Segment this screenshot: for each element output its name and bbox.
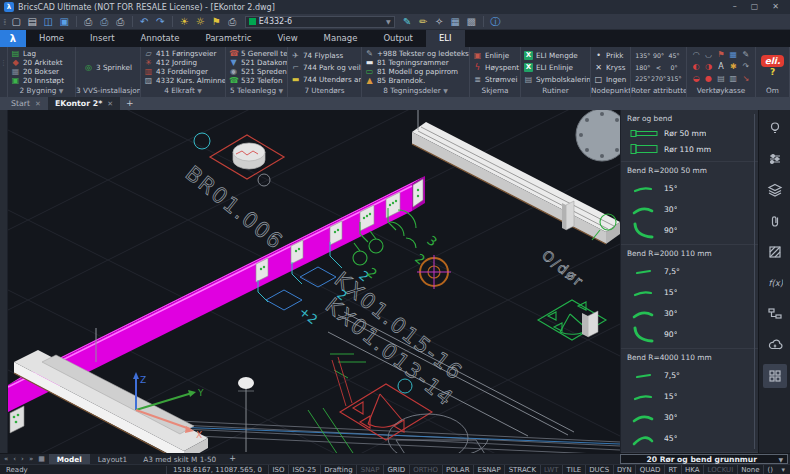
palette-scrollbar[interactable]: [754, 114, 755, 449]
grid-tool-icon[interactable]: ▦: [727, 49, 739, 61]
close-icon[interactable]: ✕: [35, 100, 41, 108]
key-icon[interactable]: ✧: [432, 15, 447, 29]
status-toggle-ortho[interactable]: ORTHO: [409, 465, 442, 474]
last-layout-icon[interactable]: »: [27, 455, 35, 463]
ribbon-item[interactable]: ▼521 Datakom.: [229, 58, 284, 67]
prev-layout-icon[interactable]: ‹: [11, 455, 18, 463]
open-icon[interactable]: ▤: [25, 15, 40, 29]
status-toggle-ducs[interactable]: DUCS: [585, 465, 613, 474]
palette-item[interactable]: 30°: [621, 303, 758, 324]
help-icon[interactable]: ?: [770, 68, 775, 77]
ribbon-item[interactable]: ◎3 Sprinkel: [84, 63, 132, 72]
pencil-tool-icon[interactable]: ✎: [740, 49, 752, 61]
ribbon-item[interactable]: ▬81 Tegningsrammer: [365, 58, 466, 67]
new-drawing-icon[interactable]: ▢: [9, 15, 24, 29]
status-toggle-rt[interactable]: RT: [664, 465, 681, 474]
palette-item[interactable]: 30°: [621, 199, 758, 220]
panels-grid-icon[interactable]: [763, 364, 787, 388]
concrete-beam-bottom[interactable]: [14, 350, 208, 453]
ribbon-item[interactable]: ◆20 Arkitekt: [11, 58, 72, 67]
brush-icon[interactable]: ✎: [400, 15, 415, 29]
status-toggle-hka[interactable]: HKA: [681, 465, 704, 474]
palette-item[interactable]: 90°: [621, 220, 758, 241]
rotate-angle-option[interactable]: 135°: [635, 50, 651, 62]
application-button[interactable]: λ: [0, 30, 26, 47]
palette-item[interactable]: 15°: [621, 178, 758, 199]
ribbon-item[interactable]: ✳412 Jording: [144, 58, 222, 67]
status-toggle-lockui[interactable]: LOCKUI: [703, 465, 737, 474]
ribbon-item[interactable]: □Ingen: [594, 75, 627, 84]
ribbon-item[interactable]: ▥43 Fordelinger: [144, 67, 222, 76]
ribbon-panel-label[interactable]: 5 Teleanlegg ▼: [226, 85, 287, 97]
ribbon-item[interactable]: ≣Strømvei: [473, 75, 517, 84]
layout-tab-model[interactable]: Model: [49, 454, 90, 464]
angle-45-icon[interactable]: ◐: [690, 61, 702, 73]
status-overflow-button[interactable]: ▾: [776, 466, 790, 474]
layout-list-icon[interactable]: ▦: [36, 455, 47, 463]
ribbon-tab-output[interactable]: Output: [370, 30, 426, 47]
ribbon-item[interactable]: ▭81 Modell og papirrom: [365, 67, 466, 76]
label-door[interactable]: O/dør: [539, 247, 587, 290]
print-preview-icon[interactable]: ⎙: [97, 15, 112, 29]
ribbon-item[interactable]: ▤Lag: [11, 49, 72, 58]
toolbar-grip[interactable]: ⁞⁞: [3, 17, 5, 27]
image-icon[interactable]: ▩: [464, 15, 479, 29]
light-pole[interactable]: [238, 377, 254, 452]
palette-item[interactable]: 7,5°: [621, 261, 758, 282]
curve-tool-icon[interactable]: ↷: [740, 61, 752, 73]
ribbon-item[interactable]: ✈74 Flyplass: [291, 51, 358, 60]
ribbon-tab-view[interactable]: View: [264, 30, 310, 47]
redo-icon[interactable]: ↷: [153, 15, 168, 29]
first-layout-icon[interactable]: «: [2, 455, 10, 463]
ribbon-item[interactable]: ▱411 Føringsveier: [144, 49, 222, 58]
rotate-angle-option[interactable]: <: [651, 62, 667, 74]
ribbon-tab-home[interactable]: Home: [26, 30, 77, 47]
palette-item[interactable]: 7,5°: [621, 365, 758, 386]
ribbon-item[interactable]: ▬744 Utendørs armaturer: [291, 75, 358, 84]
close-button[interactable]: ✕: [765, 0, 786, 14]
palette-item[interactable]: Rør 110 mm: [621, 141, 758, 158]
palette-item[interactable]: 15°: [621, 386, 758, 407]
layout-tab-a3-med-skilt-m-1-50[interactable]: A3 med skilt M 1-50: [135, 454, 224, 464]
next-layout-icon[interactable]: ›: [19, 455, 26, 463]
text-tool-icon[interactable]: A: [715, 61, 727, 73]
cad-viewport[interactable]: Z Y X: [8, 110, 620, 453]
palette-item[interactable]: 30°: [621, 407, 758, 428]
status-toggle-polar[interactable]: POLAR: [442, 465, 473, 474]
copy-tool-icon[interactable]: ▤: [715, 73, 727, 85]
ribbon-panel-label[interactable]: 2 Bygning ▼: [8, 85, 75, 97]
ribbon-grip[interactable]: ⋮: [0, 47, 8, 97]
lightbulb-icon[interactable]: ☀: [177, 15, 192, 29]
angle-180-icon[interactable]: ◒: [690, 73, 702, 85]
status-toggle-strack[interactable]: STRACK: [504, 465, 539, 474]
ribbon-item[interactable]: ▦20 Bokser: [11, 67, 72, 76]
ribbon-item[interactable]: ▣Enlinje: [473, 51, 517, 60]
layout-tab-layout1[interactable]: Layout1: [90, 454, 135, 464]
ribbon-panel-label[interactable]: 4 Elkraft ▼: [141, 85, 225, 97]
palette-item[interactable]: 45°: [621, 428, 758, 449]
rotate-angle-option[interactable]: 180°: [635, 62, 651, 74]
ribbon-item[interactable]: ▨4332 Kurs. Alminnelig bruk: [144, 76, 222, 85]
minimize-button[interactable]: –: [726, 0, 744, 14]
ribbon-item[interactable]: ✕Kryss: [594, 63, 627, 72]
maximize-button[interactable]: ▢: [744, 0, 766, 14]
layer-dropdown[interactable]: E4332-6▼: [245, 16, 395, 28]
status-toggle-none[interactable]: None: [737, 465, 763, 474]
save-all-icon[interactable]: ▣: [57, 15, 72, 29]
close-icon[interactable]: ✕: [107, 100, 113, 108]
ribbon-item[interactable]: XELI Enlinje: [524, 63, 587, 72]
display-icon[interactable]: ▦: [448, 15, 463, 29]
angle-90-icon[interactable]: ◑: [702, 61, 714, 73]
attachments-icon[interactable]: [763, 209, 787, 233]
ribbon-tab-insert[interactable]: Insert: [77, 30, 127, 47]
ribbon-item[interactable]: ☎532 Telefon: [229, 76, 284, 85]
structure-icon[interactable]: [763, 302, 787, 326]
status-toggle-grid[interactable]: GRID: [383, 465, 409, 474]
document-tab-ekontor-2-[interactable]: EKontor 2*✕: [48, 97, 120, 110]
ribbon-item[interactable]: •Prikk: [594, 51, 627, 60]
label-br01006[interactable]: BR01.006: [181, 161, 288, 254]
arrow-tool-icon[interactable]: ↘: [740, 73, 752, 85]
undo-icon[interactable]: ↶: [137, 15, 152, 29]
lightbulb-icon[interactable]: [763, 116, 787, 140]
status-toggle-tile[interactable]: TILE: [562, 465, 585, 474]
